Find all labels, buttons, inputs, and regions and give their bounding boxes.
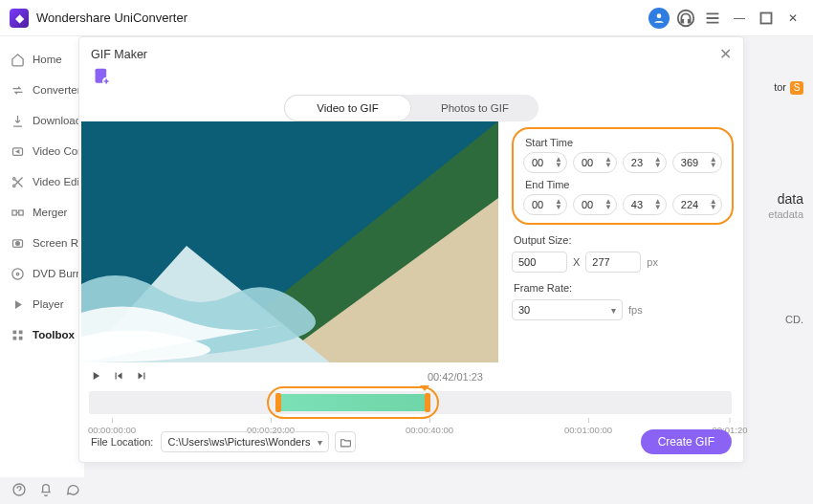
- title-bar: ◆ Wondershare UniConverter — ✕: [0, 0, 813, 36]
- create-gif-button[interactable]: Create GIF: [641, 429, 732, 454]
- mode-tabs: Video to GIF Photos to GIF: [284, 95, 538, 121]
- playhead-icon[interactable]: [420, 385, 429, 391]
- stepper-arrows-icon[interactable]: ▲▼: [710, 199, 717, 210]
- frame-rate-label: Frame Rate:: [514, 282, 734, 294]
- bell-icon[interactable]: [38, 482, 54, 500]
- selection-range[interactable]: [279, 394, 425, 411]
- svg-point-9: [15, 241, 19, 245]
- bg-data-label: data: [778, 191, 803, 207]
- start-hour-stepper[interactable]: ▲▼: [523, 152, 567, 173]
- stepper-arrows-icon[interactable]: ▲▼: [604, 199, 612, 210]
- feedback-icon[interactable]: [65, 482, 80, 500]
- svg-rect-7: [18, 210, 22, 215]
- disc-icon: [10, 266, 25, 281]
- account-icon[interactable]: [648, 8, 670, 29]
- svg-point-0: [657, 13, 662, 18]
- start-ms-input[interactable]: [681, 157, 710, 168]
- range-end-handle[interactable]: [425, 393, 430, 412]
- support-icon[interactable]: [675, 8, 696, 29]
- create-gif-label: Create GIF: [658, 435, 714, 449]
- end-ms-input[interactable]: [681, 199, 710, 210]
- add-file-button[interactable]: [79, 67, 743, 93]
- svg-rect-2: [761, 12, 772, 23]
- stepper-arrows-icon[interactable]: ▲▼: [654, 199, 662, 210]
- sidebar-item-toolbox[interactable]: Toolbox: [0, 319, 84, 350]
- stepper-arrows-icon[interactable]: ▲▼: [710, 157, 717, 168]
- playback-time: 00:42/01:23: [428, 371, 483, 383]
- folder-icon: [340, 436, 352, 449]
- close-window-button[interactable]: ✕: [782, 8, 803, 29]
- merge-icon: [10, 205, 25, 220]
- stepper-arrows-icon[interactable]: ▲▼: [555, 199, 562, 210]
- close-icon[interactable]: ✕: [719, 45, 732, 63]
- sidebar-item-home[interactable]: Home: [0, 44, 84, 75]
- scissors-icon: [10, 174, 25, 189]
- convert-icon: [10, 82, 25, 98]
- sidebar-item-converter[interactable]: Converter: [0, 75, 84, 105]
- sidebar-item-merger[interactable]: Merger: [0, 197, 84, 228]
- play-icon: [10, 296, 25, 312]
- maximize-button[interactable]: [756, 8, 777, 29]
- sidebar-item-dvd[interactable]: DVD Burner: [0, 258, 84, 289]
- next-frame-button[interactable]: [135, 369, 148, 384]
- menu-icon[interactable]: [702, 8, 723, 29]
- bg-tool-label: tor: [774, 81, 786, 93]
- file-location-value: C:\Users\ws\Pictures\Wonders: [167, 436, 310, 448]
- frame-rate-select[interactable]: 30: [512, 299, 623, 320]
- tab-video-to-gif[interactable]: Video to GIF: [284, 95, 411, 121]
- svg-point-10: [11, 268, 22, 278]
- bg-cd-label: CD.: [785, 314, 803, 325]
- output-height-input[interactable]: [585, 252, 641, 273]
- minimize-button[interactable]: —: [729, 8, 750, 29]
- end-sec-input[interactable]: [631, 199, 654, 210]
- start-ms-stepper[interactable]: ▲▼: [672, 152, 722, 173]
- start-min-input[interactable]: [582, 157, 604, 168]
- end-min-stepper[interactable]: ▲▼: [573, 194, 617, 215]
- playback-controls: 00:42/01:23: [89, 366, 732, 387]
- start-sec-stepper[interactable]: ▲▼: [623, 152, 667, 173]
- modal-title: GIF Maker: [91, 48, 147, 61]
- svg-rect-15: [18, 336, 22, 340]
- start-min-stepper[interactable]: ▲▼: [573, 152, 617, 173]
- start-time-label: Start Time: [525, 137, 722, 148]
- sidebar-item-editor[interactable]: Video Editor: [0, 166, 84, 197]
- range-start-handle[interactable]: [275, 393, 281, 412]
- premium-badge-icon: S: [790, 81, 803, 95]
- end-hour-input[interactable]: [532, 199, 555, 210]
- sidebar-item-label: Screen Recorder: [33, 237, 84, 249]
- sidebar-item-label: Video Compressor: [33, 145, 84, 157]
- sidebar-item-label: Home: [33, 54, 62, 65]
- play-button[interactable]: [89, 369, 102, 384]
- sidebar-item-downloader[interactable]: Downloader: [0, 105, 84, 136]
- end-sec-stepper[interactable]: ▲▼: [623, 194, 667, 215]
- end-min-input[interactable]: [582, 199, 604, 210]
- stepper-arrows-icon[interactable]: ▲▼: [555, 157, 562, 168]
- stepper-arrows-icon[interactable]: ▲▼: [604, 157, 612, 168]
- x-separator: X: [573, 256, 580, 268]
- help-icon[interactable]: [11, 482, 27, 500]
- sidebar-item-label: Downloader: [33, 115, 84, 126]
- prev-frame-button[interactable]: [112, 369, 125, 384]
- start-sec-input[interactable]: [631, 157, 654, 168]
- gif-maker-modal: GIF Maker ✕ Video to GIF Photos to GIF: [78, 36, 744, 463]
- stepper-arrows-icon[interactable]: ▲▼: [654, 157, 662, 168]
- background-panel: torS data etadata CD.: [746, 57, 803, 440]
- sidebar-item-recorder[interactable]: Screen Recorder: [0, 228, 84, 258]
- svg-point-1: [678, 10, 694, 26]
- video-preview[interactable]: [81, 121, 498, 362]
- end-hour-stepper[interactable]: ▲▼: [523, 194, 567, 215]
- sidebar-item-player[interactable]: Player: [0, 289, 84, 319]
- start-hour-input[interactable]: [532, 157, 555, 168]
- tab-label: Photos to GIF: [441, 102, 509, 114]
- tab-photos-to-gif[interactable]: Photos to GIF: [411, 95, 538, 121]
- sidebar-item-compressor[interactable]: Video Compressor: [0, 136, 84, 166]
- download-icon: [10, 113, 25, 128]
- output-width-input[interactable]: [512, 252, 567, 273]
- sidebar-item-label: Player: [33, 298, 64, 310]
- svg-rect-14: [12, 336, 16, 340]
- end-ms-stepper[interactable]: ▲▼: [672, 194, 722, 215]
- bg-metadata-label: etadata: [768, 208, 803, 220]
- file-location-select[interactable]: C:\Users\ws\Pictures\Wonders: [161, 431, 329, 452]
- open-folder-button[interactable]: [335, 431, 356, 452]
- sidebar-item-label: Toolbox: [33, 329, 75, 340]
